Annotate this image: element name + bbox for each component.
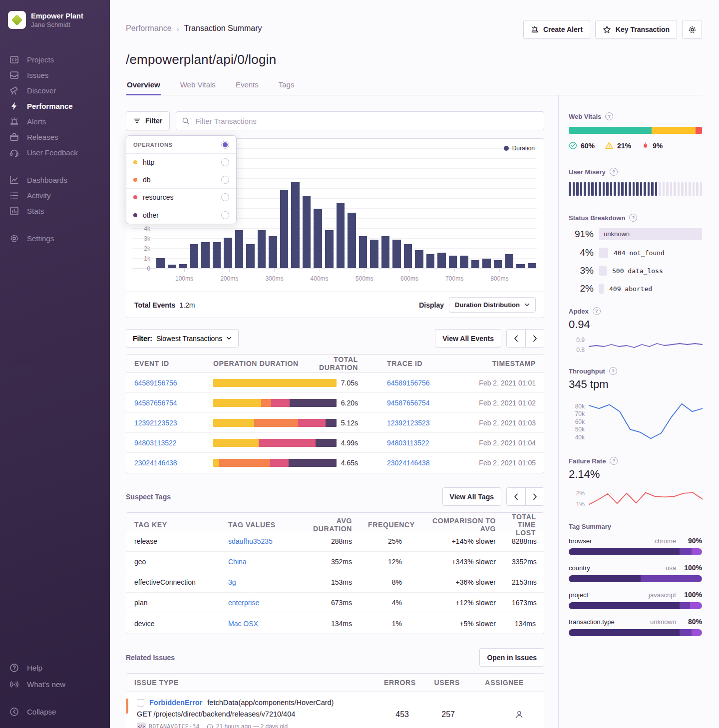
y-axis-tick: 0: [132, 265, 150, 272]
org-switcher[interactable]: Empower Plant Jane Schmidt: [0, 6, 110, 34]
display-select[interactable]: Duration Distribution: [449, 297, 536, 313]
operation-option-http[interactable]: http: [126, 154, 236, 171]
histogram-bar: [516, 264, 525, 268]
sidebar-item-discover[interactable]: Discover: [0, 83, 110, 98]
spark-y-label: 80k: [569, 403, 585, 410]
user-misery-help-icon[interactable]: ?: [610, 168, 618, 176]
issue-checkbox[interactable]: [137, 699, 144, 707]
total-duration: 7.05s: [310, 379, 366, 387]
tab-web-vitals[interactable]: Web Vitals: [179, 80, 217, 95]
sidebar-item-performance[interactable]: Performance: [0, 98, 110, 114]
total-events-label: Total Events: [134, 301, 175, 309]
event-id-link[interactable]: 94803113522: [134, 439, 177, 447]
sidebar-item-activity[interactable]: Activity: [0, 188, 110, 203]
throughput-help-icon[interactable]: ?: [609, 367, 617, 375]
tag-summary-top-value: javascript: [649, 591, 676, 599]
operation-option-db[interactable]: db: [126, 171, 236, 189]
col-users: USERS: [422, 679, 468, 687]
operations-dropdown-header[interactable]: OPERATIONS: [126, 136, 236, 154]
sidebar-item-dashboards[interactable]: Dashboards: [0, 172, 110, 188]
sidebar-item-settings[interactable]: Settings: [0, 231, 110, 246]
tab-overview[interactable]: Overview: [126, 80, 161, 95]
frequency: 8%: [360, 578, 410, 586]
issue-age: 21 hours ago — 2 days old: [216, 723, 288, 728]
trace-id-link[interactable]: 12392123523: [387, 419, 430, 427]
col-total-time-lost: TOTAL TIME LOST: [504, 513, 544, 537]
tab-tags[interactable]: Tags: [278, 80, 296, 95]
events-prev-button[interactable]: [507, 330, 525, 347]
sidebar-item-user-feedback[interactable]: User Feedback: [0, 145, 110, 160]
operation-radio[interactable]: [221, 176, 229, 184]
tab-events[interactable]: Events: [235, 80, 260, 95]
trace-id-link[interactable]: 23024146438: [387, 459, 430, 467]
trace-id-link[interactable]: 64589156756: [387, 379, 430, 387]
sidebar-item-releases[interactable]: Releases: [0, 129, 110, 145]
histogram-bar: [246, 244, 255, 268]
tag-value-link[interactable]: Mac OSX: [228, 620, 258, 628]
spark-line: [589, 336, 703, 355]
sidebar-item-what-s-new[interactable]: What's new: [0, 676, 110, 693]
tag-summary-key: transaction.type: [569, 618, 615, 626]
tag-summary-bar: [569, 629, 702, 636]
web-vitals-segment-good: [569, 127, 652, 134]
tags-next-button[interactable]: [525, 488, 544, 505]
events-filter-select[interactable]: Filter: Slowest Transactions: [126, 329, 239, 348]
sidebar-item-issues[interactable]: Issues: [0, 67, 110, 83]
tags-prev-button[interactable]: [507, 488, 525, 505]
tag-summary-row-transaction-type: transaction.typeunknown80%: [569, 618, 702, 636]
sidebar-item-projects[interactable]: Projects: [0, 52, 110, 67]
tag-value-link[interactable]: enterprise: [228, 599, 259, 607]
operation-radio[interactable]: [221, 211, 229, 219]
settings-gear-button[interactable]: [682, 20, 702, 39]
apdex-help-icon[interactable]: ?: [593, 307, 601, 315]
assignee-avatar-icon[interactable]: [515, 710, 524, 719]
key-transaction-button[interactable]: Key Transaction: [595, 20, 677, 39]
misery-tick: [621, 182, 624, 196]
create-alert-label: Create Alert: [543, 25, 583, 33]
issue-short-id[interactable]: </> BOTANAVOICE-34: [137, 723, 200, 728]
tag-value-link[interactable]: China: [228, 558, 247, 566]
events-next-button[interactable]: [525, 330, 544, 347]
alerts-icon: [9, 117, 19, 126]
tag-value-link[interactable]: sdaufhu35235: [228, 537, 273, 545]
event-id-link[interactable]: 64589156756: [134, 379, 177, 387]
web-vitals-stat-good: 60%: [569, 141, 595, 150]
issue-error-type-link[interactable]: ForbiddenError: [149, 699, 202, 707]
sidebar-item-alerts[interactable]: Alerts: [0, 114, 110, 129]
sidebar-item-label: Stats: [27, 207, 44, 215]
sidebar-item-collapse[interactable]: Collapse: [0, 704, 110, 720]
create-alert-button[interactable]: Create Alert: [523, 20, 590, 39]
view-all-tags-button[interactable]: View All Tags: [442, 487, 501, 506]
event-id-link[interactable]: 94587656754: [134, 399, 177, 407]
operation-option-resources[interactable]: resources: [126, 189, 236, 206]
apdex-title: Apdex: [569, 308, 589, 315]
open-in-issues-button[interactable]: Open in Issues: [479, 648, 544, 667]
failure-rate-help-icon[interactable]: ?: [610, 457, 618, 465]
status-row-409-aborted: 2%409 aborted: [569, 283, 702, 294]
filter-transactions-input[interactable]: [176, 111, 544, 130]
related-issues-table: ISSUE TYPE ERRORS USERS ASSIGNEE Forbidd…: [126, 673, 544, 728]
event-id-link[interactable]: 12392123523: [134, 419, 177, 427]
trace-id-link[interactable]: 94803113522: [387, 439, 429, 447]
view-all-events-button[interactable]: View All Events: [435, 329, 501, 348]
trace-id-link[interactable]: 94587656754: [387, 399, 430, 407]
sidebar-item-help[interactable]: Help: [0, 660, 110, 676]
web-vitals-help-icon[interactable]: ?: [605, 112, 613, 120]
operations-all-radio[interactable]: [221, 141, 229, 149]
chart-legend[interactable]: Duration: [504, 145, 535, 152]
main-area: Performance › Transaction Summary Create…: [110, 0, 719, 728]
histogram-bar: [325, 230, 334, 268]
check-circle-icon: [569, 141, 577, 150]
operation-radio[interactable]: [221, 193, 229, 201]
operation-radio[interactable]: [221, 158, 229, 166]
tag-value-link[interactable]: 3g: [228, 578, 236, 586]
event-id-link[interactable]: 23024146438: [134, 459, 177, 467]
operation-option-other[interactable]: other: [126, 206, 236, 224]
sidebar-item-stats[interactable]: Stats: [0, 203, 110, 219]
web-vitals-title: Web Vitals: [569, 113, 601, 120]
breadcrumb-performance[interactable]: Performance: [126, 24, 172, 33]
filter-button[interactable]: Filter: [126, 111, 170, 130]
misery-tick: [674, 182, 676, 196]
tag-key: geo: [126, 558, 220, 566]
status-breakdown-help-icon[interactable]: ?: [629, 214, 637, 222]
